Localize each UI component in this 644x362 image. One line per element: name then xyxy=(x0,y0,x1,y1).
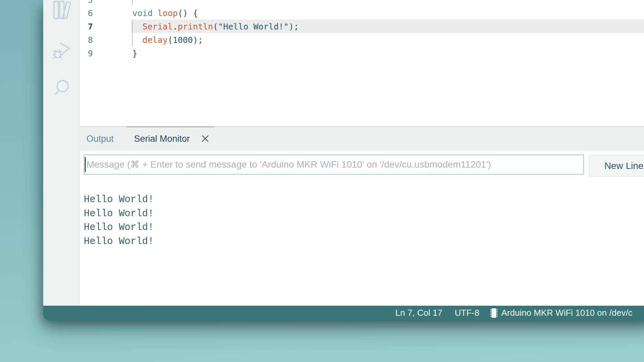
line-number: 8 xyxy=(80,34,93,47)
serial-output-line: Hello World! xyxy=(84,221,154,235)
cursor-position[interactable]: Ln 7, Col 17 xyxy=(395,306,442,320)
line-ending-button[interactable]: New Line xyxy=(589,155,644,177)
encoding-indicator[interactable]: UTF-8 xyxy=(455,306,479,320)
serial-output-line: Hello World! xyxy=(84,235,154,249)
serial-output-line: Hello World! xyxy=(84,193,154,207)
line-number: 6 xyxy=(80,7,93,20)
tab-serial-monitor[interactable]: Serial Monitor xyxy=(134,127,190,150)
code-line: } xyxy=(132,47,299,60)
code-line xyxy=(132,0,299,7)
serial-output-line: Hello World! xyxy=(84,207,154,221)
search-icon xyxy=(52,79,71,98)
activity-sidebar xyxy=(43,0,80,306)
code-content: void loop() { Serial.println("Hello Worl… xyxy=(132,0,299,60)
close-icon[interactable] xyxy=(201,134,209,143)
line-number: 9 xyxy=(80,47,93,60)
library-manager-button[interactable] xyxy=(52,1,71,19)
serial-monitor-panel: New Line Hello World!Hello World!Hello W… xyxy=(80,150,644,306)
line-number-column: 56789 xyxy=(80,0,93,60)
debug-button[interactable] xyxy=(52,41,71,60)
arduino-ide-window: 56789 void loop() { Serial.println("Hell… xyxy=(43,0,644,320)
debug-icon xyxy=(52,41,71,60)
search-button[interactable] xyxy=(52,79,71,98)
tab-output[interactable]: Output xyxy=(86,127,114,150)
library-icon xyxy=(52,1,71,19)
board-port-indicator[interactable]: Arduino MKR WiFi 1010 on /dev/c xyxy=(501,306,633,320)
message-input[interactable] xyxy=(84,155,584,175)
text-caret xyxy=(85,157,86,172)
code-line: Serial.println("Hello World!"); xyxy=(132,20,299,34)
serial-output[interactable]: Hello World!Hello World!Hello World!Hell… xyxy=(84,193,154,248)
panel-tab-bar: Output Serial Monitor xyxy=(80,127,644,150)
line-number: 5 xyxy=(80,0,93,7)
code-line: void loop() { xyxy=(132,7,299,20)
line-number: 7 xyxy=(80,20,93,34)
chip-icon xyxy=(490,308,498,321)
status-bar: Ln 7, Col 17 UTF-8 Arduino MKR WiFi 1010… xyxy=(43,306,644,320)
code-editor[interactable]: 56789 void loop() { Serial.println("Hell… xyxy=(80,0,644,126)
code-line: delay(1000); xyxy=(132,34,299,47)
